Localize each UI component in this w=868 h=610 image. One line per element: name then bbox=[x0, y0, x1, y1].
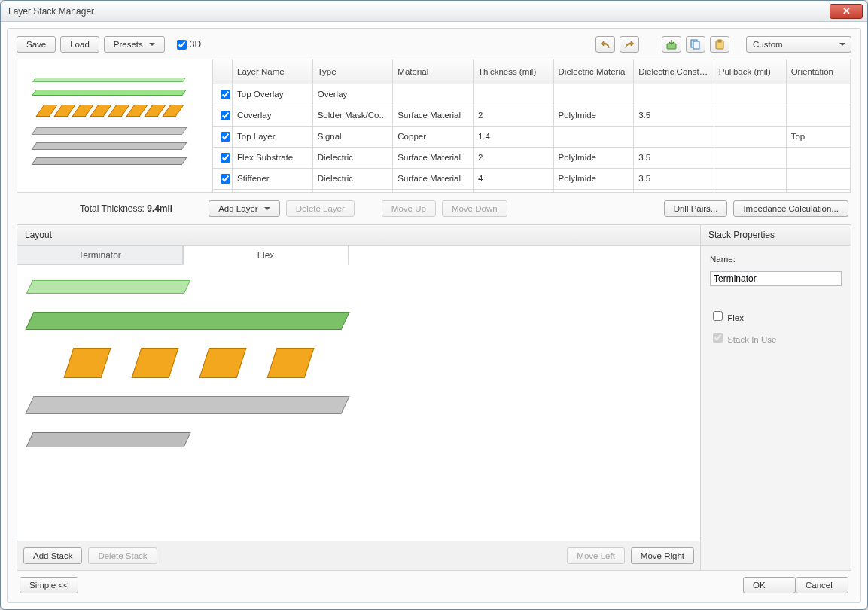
layout-and-props: Layout TerminatorFlex Add Stack bbox=[17, 224, 851, 571]
cell-diel-mat[interactable] bbox=[553, 84, 634, 105]
cell-type[interactable]: Solder Mask/Co... bbox=[312, 105, 393, 126]
cell-diel-const[interactable] bbox=[634, 189, 714, 192]
cell-pullback[interactable] bbox=[714, 126, 786, 147]
stack-name-input[interactable] bbox=[710, 271, 842, 286]
cell-orientation[interactable] bbox=[786, 105, 850, 126]
layer-enable-checkbox[interactable] bbox=[221, 132, 230, 142]
cell-material[interactable] bbox=[393, 84, 474, 105]
table-row[interactable]: Bottom Layer Signal Copper 1.4 Bottom bbox=[213, 189, 851, 192]
col-material[interactable]: Material bbox=[393, 59, 474, 84]
drill-pairs-button[interactable]: Drill Pairs... bbox=[664, 200, 728, 217]
cell-thickness[interactable]: 1.4 bbox=[473, 126, 553, 147]
cell-material[interactable]: Surface Material bbox=[393, 105, 474, 126]
3d-checkbox[interactable] bbox=[177, 40, 187, 50]
redo-button[interactable] bbox=[620, 36, 639, 53]
cell-diel-mat[interactable]: PolyImide bbox=[553, 147, 634, 168]
presets-dropdown[interactable]: Presets bbox=[104, 36, 165, 53]
layer-enable-checkbox[interactable] bbox=[221, 111, 230, 120]
canvas-layer-signal bbox=[69, 348, 694, 378]
top-toolbar: Save Load Presets 3D Custom bbox=[17, 36, 851, 53]
cell-type[interactable]: Signal bbox=[312, 189, 393, 192]
cell-thickness[interactable]: 2 bbox=[473, 105, 553, 126]
cancel-button[interactable]: Cancel bbox=[796, 577, 848, 593]
copy-button[interactable] bbox=[686, 36, 705, 53]
cell-orientation[interactable]: Top bbox=[786, 126, 850, 147]
simple-mode-button[interactable]: Simple << bbox=[20, 577, 78, 593]
layer-table-pane: Layer Name Type Material Thickness (mil)… bbox=[213, 59, 851, 192]
layer-enable-checkbox[interactable] bbox=[221, 153, 230, 163]
cell-orientation[interactable]: Bottom bbox=[786, 189, 850, 192]
cell-diel-mat[interactable]: PolyImide bbox=[553, 168, 634, 189]
cell-layer-name[interactable]: Coverlay bbox=[233, 105, 313, 126]
cell-type[interactable]: Dielectric bbox=[312, 147, 393, 168]
cell-thickness[interactable]: 2 bbox=[473, 147, 553, 168]
cell-pullback[interactable] bbox=[714, 168, 786, 189]
import-button[interactable] bbox=[662, 36, 681, 53]
cell-thickness[interactable]: 4 bbox=[473, 168, 553, 189]
table-row[interactable]: Flex Substrate Dielectric Surface Materi… bbox=[213, 147, 851, 168]
cell-material[interactable]: Copper bbox=[393, 126, 474, 147]
impedance-button[interactable]: Impedance Calculation... bbox=[733, 200, 848, 217]
ok-button[interactable]: OK bbox=[743, 577, 796, 593]
table-row[interactable]: Stiffener Dielectric Surface Material 4 … bbox=[213, 168, 851, 189]
col-thickness[interactable]: Thickness (mil) bbox=[473, 59, 553, 84]
undo-button[interactable] bbox=[595, 36, 615, 53]
cell-type[interactable]: Dielectric bbox=[312, 168, 393, 189]
cell-pullback[interactable] bbox=[714, 105, 786, 126]
cell-diel-const[interactable]: 3.5 bbox=[634, 147, 714, 168]
col-pullback[interactable]: Pullback (mil) bbox=[714, 59, 786, 84]
cell-layer-name[interactable]: Top Layer bbox=[233, 126, 313, 147]
add-stack-button[interactable]: Add Stack bbox=[23, 547, 82, 564]
move-down-button: Move Down bbox=[442, 200, 507, 217]
cell-layer-name[interactable]: Stiffener bbox=[233, 168, 313, 189]
cell-pullback[interactable] bbox=[714, 147, 786, 168]
move-right-button[interactable]: Move Right bbox=[631, 547, 694, 564]
tab-terminator[interactable]: Terminator bbox=[17, 246, 183, 265]
cell-layer-name[interactable]: Top Overlay bbox=[233, 84, 313, 105]
svg-rect-2 bbox=[693, 41, 699, 49]
cell-diel-const[interactable]: 3.5 bbox=[634, 168, 714, 189]
add-layer-button[interactable]: Add Layer bbox=[209, 200, 279, 217]
paste-button[interactable] bbox=[710, 36, 729, 53]
col-layer-name[interactable]: Layer Name bbox=[233, 59, 313, 84]
cell-diel-mat[interactable] bbox=[553, 189, 634, 192]
cell-layer-name[interactable]: Bottom Layer bbox=[233, 189, 313, 192]
layer-table[interactable]: Layer Name Type Material Thickness (mil)… bbox=[213, 59, 851, 192]
flex-checkbox[interactable] bbox=[713, 311, 723, 321]
preset-select[interactable]: Custom bbox=[746, 36, 851, 53]
cell-material[interactable]: Copper bbox=[393, 189, 474, 192]
cell-diel-const[interactable] bbox=[634, 84, 714, 105]
layer-enable-checkbox[interactable] bbox=[221, 90, 230, 99]
cell-orientation[interactable] bbox=[786, 168, 850, 189]
table-row[interactable]: Coverlay Solder Mask/Co... Surface Mater… bbox=[213, 105, 851, 126]
cell-material[interactable]: Surface Material bbox=[393, 168, 474, 189]
col-diel-mat[interactable]: Dielectric Material bbox=[553, 59, 634, 84]
tab-flex[interactable]: Flex bbox=[183, 246, 349, 265]
close-button[interactable]: ✕ bbox=[830, 4, 863, 19]
cell-diel-mat[interactable] bbox=[553, 126, 634, 147]
cell-diel-mat[interactable]: PolyImide bbox=[553, 105, 634, 126]
cell-orientation[interactable] bbox=[786, 147, 850, 168]
layer-enable-checkbox[interactable] bbox=[221, 174, 230, 184]
col-orientation[interactable]: Orientation bbox=[786, 59, 850, 84]
col-diel-const[interactable]: Dielectric Constant bbox=[634, 59, 714, 84]
table-row[interactable]: Top Layer Signal Copper 1.4 Top bbox=[213, 126, 851, 147]
stack-name-label: Name: bbox=[710, 255, 842, 264]
table-row[interactable]: Top Overlay Overlay bbox=[213, 84, 851, 105]
svg-rect-4 bbox=[718, 40, 721, 42]
cell-diel-const[interactable] bbox=[634, 126, 714, 147]
cell-pullback[interactable] bbox=[714, 189, 786, 192]
col-type[interactable]: Type bbox=[312, 59, 393, 84]
cell-layer-name[interactable]: Flex Substrate bbox=[233, 147, 313, 168]
cell-thickness[interactable] bbox=[473, 84, 553, 105]
cell-orientation[interactable] bbox=[786, 84, 850, 105]
load-button[interactable]: Load bbox=[60, 36, 99, 53]
save-button[interactable]: Save bbox=[17, 36, 56, 53]
cell-type[interactable]: Signal bbox=[312, 126, 393, 147]
layers-section: Layer Name Type Material Thickness (mil)… bbox=[17, 59, 851, 193]
cell-diel-const[interactable]: 3.5 bbox=[634, 105, 714, 126]
cell-type[interactable]: Overlay bbox=[312, 84, 393, 105]
cell-pullback[interactable] bbox=[714, 84, 786, 105]
cell-material[interactable]: Surface Material bbox=[393, 147, 474, 168]
cell-thickness[interactable]: 1.4 bbox=[473, 189, 553, 192]
